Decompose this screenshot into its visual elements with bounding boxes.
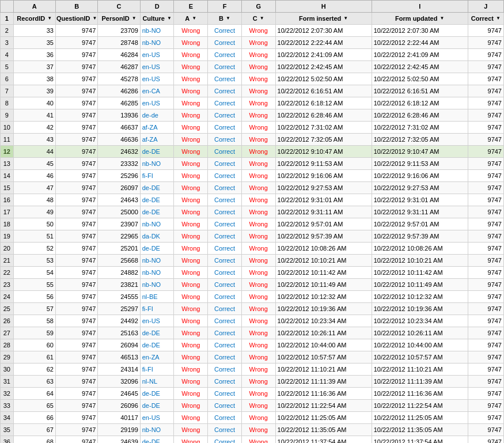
person-id: 26097 <box>98 182 140 194</box>
correct-val: 9747 <box>468 364 503 376</box>
answer-a: Wrong <box>174 170 208 182</box>
question-id: 9747 <box>55 436 97 444</box>
form-inserted-filter-arrow[interactable]: ▼ <box>343 13 348 24</box>
answer-a: Wrong <box>174 279 208 291</box>
answer-b: Correct <box>208 218 242 230</box>
person-id: 46286 <box>98 85 140 97</box>
person-id: 25000 <box>98 206 140 218</box>
record-id: 36 <box>13 49 55 61</box>
culture: en-US <box>140 73 174 85</box>
questionid-filter-arrow[interactable]: ▼ <box>93 13 97 24</box>
answer-b: Correct <box>208 351 242 364</box>
header-correct[interactable]: Correct ▼ <box>468 13 503 25</box>
question-id: 9747 <box>55 134 97 146</box>
header-questionid[interactable]: QuestionID ▼ <box>55 13 97 25</box>
correct-filter-arrow[interactable]: ▼ <box>496 13 501 24</box>
answer-c: Wrong <box>241 170 275 182</box>
header-recordid[interactable]: RecordID ▼ <box>13 13 55 25</box>
form-inserted: 10/22/2012 2:41:09 AM <box>275 49 372 61</box>
table-row: 29 61 9747 46513 en-ZA Wrong Correct Wro… <box>1 351 504 364</box>
table-row: 6 38 9747 45278 en-US Wrong Correct Wron… <box>1 73 504 85</box>
correct-val: 9747 <box>468 37 503 49</box>
answer-c: Wrong <box>241 206 275 218</box>
person-id: 25668 <box>98 255 140 267</box>
form-updated: 10/22/2012 9:57:01 AM <box>372 218 468 230</box>
form-inserted: 10/22/2012 10:26:11 AM <box>275 327 372 339</box>
form-updated: 10/22/2012 11:35:05 AM <box>372 424 468 436</box>
answer-a: Wrong <box>174 85 208 97</box>
answer-b: Correct <box>208 243 242 255</box>
table-row: 19 51 9747 22965 da-DK Wrong Correct Wro… <box>1 230 504 243</box>
personid-filter-arrow[interactable]: ▼ <box>132 13 137 24</box>
table-row: 34 66 9747 40117 en-US Wrong Correct Wro… <box>1 412 504 424</box>
header-form-inserted[interactable]: Form inserted ▼ <box>275 13 372 25</box>
question-id: 9747 <box>55 424 97 436</box>
record-id: 46 <box>13 170 55 182</box>
form-updated: 10/22/2012 10:19:36 AM <box>372 303 468 315</box>
correct-val: 9747 <box>468 303 503 315</box>
table-row: 4 36 9747 46284 en-US Wrong Correct Wron… <box>1 49 504 61</box>
form-updated: 10/22/2012 2:41:09 AM <box>372 49 468 61</box>
person-id: 24643 <box>98 194 140 206</box>
form-updated: 10/22/2012 10:23:34 AM <box>372 315 468 327</box>
table-row: 13 45 9747 23332 nb-NO Wrong Correct Wro… <box>1 158 504 170</box>
header-c[interactable]: C ▼ <box>241 13 275 25</box>
row-num: 24 <box>1 291 14 303</box>
header-personid[interactable]: PersonID ▼ <box>98 13 140 25</box>
recordid-filter-arrow[interactable]: ▼ <box>47 13 52 24</box>
answer-c: Wrong <box>241 146 275 158</box>
answer-c: Wrong <box>241 61 275 73</box>
person-id: 46287 <box>98 61 140 73</box>
row-num: 15 <box>1 182 14 194</box>
table-row: 36 68 9747 24639 de-DE Wrong Correct Wro… <box>1 436 504 444</box>
question-id: 9747 <box>55 291 97 303</box>
answer-a: Wrong <box>174 230 208 243</box>
b-filter-arrow[interactable]: ▼ <box>226 13 230 24</box>
answer-c: Wrong <box>241 267 275 279</box>
record-id: 49 <box>13 206 55 218</box>
correct-val: 9747 <box>468 267 503 279</box>
table-row: 33 65 9747 26096 de-DE Wrong Correct Wro… <box>1 400 504 412</box>
form-updated: 10/22/2012 11:10:21 AM <box>372 364 468 376</box>
table-row: 3 35 9747 28748 nb-NO Wrong Correct Wron… <box>1 37 504 49</box>
header-a[interactable]: A ▼ <box>174 13 208 25</box>
person-id: 46513 <box>98 351 140 364</box>
correct-val: 9747 <box>468 291 503 303</box>
answer-b: Correct <box>208 424 242 436</box>
answer-c: Wrong <box>241 122 275 134</box>
answer-a: Wrong <box>174 49 208 61</box>
form-inserted: 10/22/2012 10:10:21 AM <box>275 255 372 267</box>
question-id: 9747 <box>55 49 97 61</box>
header-b[interactable]: B ▼ <box>208 13 242 25</box>
form-inserted: 10/22/2012 9:11:53 AM <box>275 158 372 170</box>
form-updated: 10/22/2012 11:11:39 AM <box>372 376 468 388</box>
form-inserted: 10/22/2012 6:28:46 AM <box>275 109 372 122</box>
c-filter-arrow[interactable]: ▼ <box>260 13 264 24</box>
record-id: 59 <box>13 327 55 339</box>
culture-filter-arrow[interactable]: ▼ <box>167 13 172 24</box>
form-inserted: 10/22/2012 7:31:02 AM <box>275 122 372 134</box>
answer-b: Correct <box>208 25 242 37</box>
culture: nb-NO <box>140 424 174 436</box>
table-row: 31 63 9747 32096 nl-NL Wrong Correct Wro… <box>1 376 504 388</box>
correct-val: 9747 <box>468 218 503 230</box>
a-filter-arrow[interactable]: ▼ <box>192 13 196 24</box>
row-num: 36 <box>1 436 14 444</box>
form-inserted: 10/22/2012 11:11:39 AM <box>275 376 372 388</box>
header-culture[interactable]: Culture ▼ <box>140 13 174 25</box>
question-id: 9747 <box>55 255 97 267</box>
form-updated-filter-arrow[interactable]: ▼ <box>439 13 444 24</box>
record-id: 55 <box>13 279 55 291</box>
answer-c: Wrong <box>241 158 275 170</box>
header-form-updated[interactable]: Form updated ▼ <box>372 13 468 25</box>
form-inserted: 10/22/2012 9:10:47 AM <box>275 146 372 158</box>
culture: de-DE <box>140 194 174 206</box>
answer-a: Wrong <box>174 25 208 37</box>
table-row: 12 44 9747 24632 de-DE Wrong Correct Wro… <box>1 146 504 158</box>
answer-c: Wrong <box>241 291 275 303</box>
correct-val: 9747 <box>468 49 503 61</box>
question-id: 9747 <box>55 230 97 243</box>
form-updated: 10/22/2012 7:32:05 AM <box>372 134 468 146</box>
col-letter-c: C <box>98 1 140 13</box>
row-num: 33 <box>1 400 14 412</box>
